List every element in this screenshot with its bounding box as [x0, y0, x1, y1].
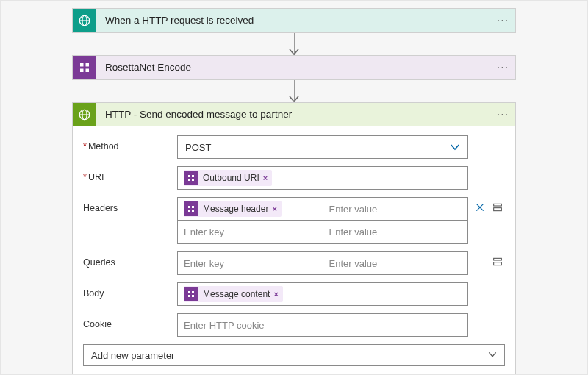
header-key-input[interactable]: Message header ×	[177, 197, 323, 221]
svg-rect-5	[80, 68, 84, 72]
more-icon[interactable]: ···	[490, 14, 515, 27]
query-key-input[interactable]: Enter key	[177, 251, 323, 275]
more-icon[interactable]: ···	[490, 108, 515, 121]
headers-row-0: Message header × Enter value	[177, 197, 468, 221]
svg-rect-22	[494, 258, 502, 260]
queries-row-0: Enter key Enter value	[177, 251, 468, 275]
token-remove-icon[interactable]: ×	[263, 174, 268, 182]
token-message-content[interactable]: Message content ×	[184, 286, 283, 302]
method-value: POST	[185, 142, 211, 153]
field-label: Cookie	[83, 313, 177, 329]
globe-icon	[73, 103, 96, 126]
step-rosettanet-encode[interactable]: RosettaNet Encode ···	[72, 55, 516, 80]
add-param-label: Add new parameter	[91, 350, 174, 361]
token-message-header[interactable]: Message header ×	[184, 201, 282, 217]
query-value-input[interactable]: Enter value	[323, 251, 469, 275]
svg-rect-13	[192, 179, 194, 181]
svg-rect-4	[86, 63, 90, 67]
required-marker: *	[83, 172, 87, 182]
field-label: Body	[83, 282, 177, 299]
header-key-input[interactable]: Enter key	[177, 221, 323, 244]
step-header[interactable]: RosettaNet Encode ···	[73, 56, 515, 79]
field-uri: *URI Outbound URI ×	[83, 166, 505, 190]
svg-rect-25	[192, 291, 194, 293]
method-select[interactable]: POST	[177, 135, 468, 159]
rosettanet-icon	[184, 171, 198, 185]
connector-arrow	[72, 33, 516, 55]
field-label: Headers	[83, 197, 177, 213]
workflow-stack: When a HTTP request is received ··· Rose…	[1, 1, 587, 375]
token-remove-icon[interactable]: ×	[273, 290, 278, 299]
rosettanet-icon	[73, 56, 96, 79]
header-value-input[interactable]: Enter value	[323, 221, 469, 244]
step-body: *Method POST *URI	[73, 126, 515, 375]
svg-rect-17	[192, 210, 194, 212]
step-header[interactable]: HTTP - Send encoded message to partner ·…	[73, 103, 515, 126]
svg-rect-10	[188, 175, 190, 177]
headers-row-1: Enter key Enter value	[177, 221, 468, 244]
chevron-down-icon	[448, 140, 462, 156]
svg-rect-26	[188, 295, 190, 297]
field-label: *URI	[83, 166, 177, 182]
token-label: Message header	[203, 204, 268, 214]
step-header[interactable]: When a HTTP request is received ···	[73, 9, 515, 32]
field-cookie: Cookie Enter HTTP cookie	[83, 313, 505, 337]
field-label: Queries	[83, 251, 177, 268]
token-label: Message content	[203, 289, 270, 299]
token-outbound-uri[interactable]: Outbound URI ×	[184, 170, 272, 186]
svg-rect-21	[494, 208, 502, 211]
token-remove-icon[interactable]: ×	[272, 204, 276, 213]
globe-icon	[73, 9, 96, 32]
token-label: Outbound URI	[203, 173, 259, 183]
field-headers: Headers Message header × Enter value	[83, 197, 505, 244]
field-method: *Method POST	[83, 135, 505, 159]
svg-rect-3	[80, 63, 84, 67]
connector-arrow	[72, 80, 516, 102]
svg-rect-11	[192, 175, 194, 177]
more-icon[interactable]: ···	[490, 61, 515, 74]
svg-rect-24	[188, 291, 190, 293]
uri-input[interactable]: Outbound URI ×	[177, 166, 468, 190]
svg-rect-16	[188, 210, 190, 212]
svg-rect-20	[494, 204, 502, 206]
svg-rect-23	[494, 262, 502, 265]
svg-rect-12	[188, 179, 190, 181]
field-body: Body Message content ×	[83, 282, 505, 306]
cookie-input[interactable]: Enter HTTP cookie	[177, 313, 468, 337]
chevron-down-icon	[487, 349, 498, 362]
delete-row-icon[interactable]	[474, 201, 486, 213]
rosettanet-icon	[184, 201, 198, 216]
svg-rect-14	[188, 206, 190, 208]
field-label: *Method	[83, 135, 177, 151]
add-new-parameter[interactable]: Add new parameter	[83, 344, 505, 366]
field-queries: Queries Enter key Enter value	[83, 251, 505, 275]
svg-rect-6	[86, 68, 90, 72]
svg-rect-27	[192, 295, 194, 297]
toggle-mode-icon[interactable]	[492, 256, 503, 268]
step-http-send: HTTP - Send encoded message to partner ·…	[72, 102, 516, 375]
step-http-trigger[interactable]: When a HTTP request is received ···	[72, 8, 516, 33]
step-title: RosettaNet Encode	[96, 62, 490, 73]
body-input[interactable]: Message content ×	[177, 282, 468, 306]
toggle-mode-icon[interactable]	[492, 201, 503, 213]
designer-canvas: When a HTTP request is received ··· Rose…	[0, 0, 588, 375]
step-title: HTTP - Send encoded message to partner	[96, 109, 490, 120]
rosettanet-icon	[184, 287, 198, 301]
required-marker: *	[83, 141, 87, 151]
step-title: When a HTTP request is received	[96, 15, 490, 26]
svg-rect-15	[192, 206, 194, 208]
header-value-input[interactable]: Enter value	[323, 197, 469, 221]
